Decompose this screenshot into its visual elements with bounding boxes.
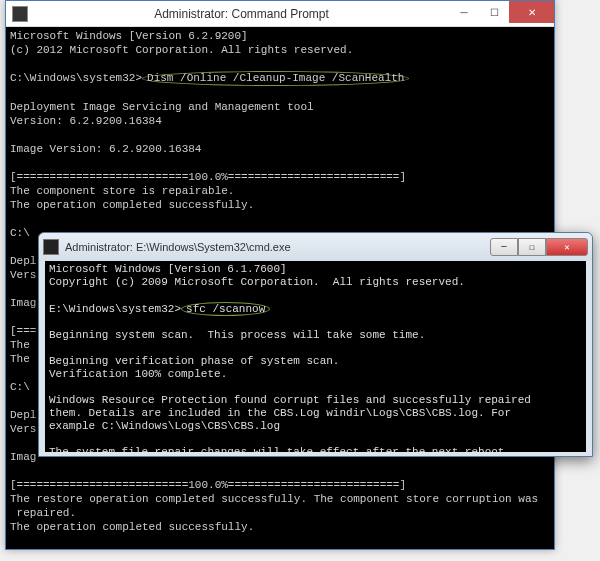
maximize-button[interactable]: ☐: [518, 238, 546, 256]
console-line: Imag: [10, 451, 36, 463]
console-line: The operation completed successfully.: [10, 521, 254, 533]
console-line: Deployment Image Servicing and Managemen…: [10, 101, 314, 113]
titlebar-2[interactable]: Administrator: E:\Windows\System32\cmd.e…: [39, 233, 592, 261]
console-line: (c) 2012 Microsoft Corporation. All righ…: [10, 44, 353, 56]
console-line: Copyright (c) 2009 Microsoft Corporation…: [49, 276, 465, 288]
console-line: [==========================100.0%=======…: [10, 171, 406, 183]
console-line: [==========================100.0%=======…: [10, 479, 406, 491]
console-line: Depl: [10, 255, 36, 267]
cmd-icon: [43, 239, 59, 255]
window-title-2: Administrator: E:\Windows\System32\cmd.e…: [65, 241, 490, 253]
console-line: Beginning system scan. This process will…: [49, 329, 425, 341]
console-line: The component store is repairable.: [10, 185, 234, 197]
console-line: Verification 100% complete.: [49, 368, 227, 380]
console-line: Imag: [10, 297, 36, 309]
console-line: The system file repair changes will take…: [49, 446, 511, 452]
titlebar-1[interactable]: Administrator: Command Prompt ─ ☐ ✕: [6, 1, 554, 27]
highlighted-command-dism: Dism /Online /Cleanup-Image /ScanHealth: [142, 71, 409, 86]
minimize-button[interactable]: ─: [449, 1, 479, 23]
console-line: C:\: [10, 227, 30, 239]
console-prompt: E:\Windows\system32>: [49, 303, 181, 315]
highlighted-command-sfc: sfc /scannow: [181, 302, 270, 316]
console-line: The operation completed successfully.: [10, 199, 254, 211]
maximize-button[interactable]: ☐: [479, 1, 509, 23]
console-line: [===: [10, 325, 36, 337]
console-line: Vers: [10, 423, 36, 435]
console-line: The: [10, 353, 36, 365]
minimize-button[interactable]: ─: [490, 238, 518, 256]
window-controls-1: ─ ☐ ✕: [449, 1, 554, 26]
console-line: Microsoft Windows [Version 6.2.9200]: [10, 30, 248, 42]
console-line: Windows Resource Protection found corrup…: [49, 394, 531, 432]
console-line: Beginning verification phase of system s…: [49, 355, 339, 367]
cmd-icon: [12, 6, 28, 22]
console-line: The: [10, 339, 36, 351]
console-line: Image Version: 6.2.9200.16384: [10, 143, 201, 155]
console-line: The restore operation completed successf…: [10, 493, 538, 505]
close-button[interactable]: ✕: [546, 238, 588, 256]
window-controls-2: ─ ☐ ✕: [490, 238, 588, 256]
console-line: Depl: [10, 409, 36, 421]
console-output-2[interactable]: Microsoft Windows [Version 6.1.7600] Cop…: [45, 261, 586, 452]
command-prompt-window-2: Administrator: E:\Windows\System32\cmd.e…: [38, 232, 593, 457]
console-line: Version: 6.2.9200.16384: [10, 115, 162, 127]
console-line: C:\: [10, 381, 30, 393]
window-title-1: Administrator: Command Prompt: [34, 7, 449, 21]
close-button[interactable]: ✕: [509, 1, 554, 23]
console-prompt: C:\Windows\system32>: [10, 72, 142, 84]
console-line: repaired.: [10, 507, 76, 519]
console-line: Vers: [10, 269, 36, 281]
console-line: Microsoft Windows [Version 6.1.7600]: [49, 263, 287, 275]
